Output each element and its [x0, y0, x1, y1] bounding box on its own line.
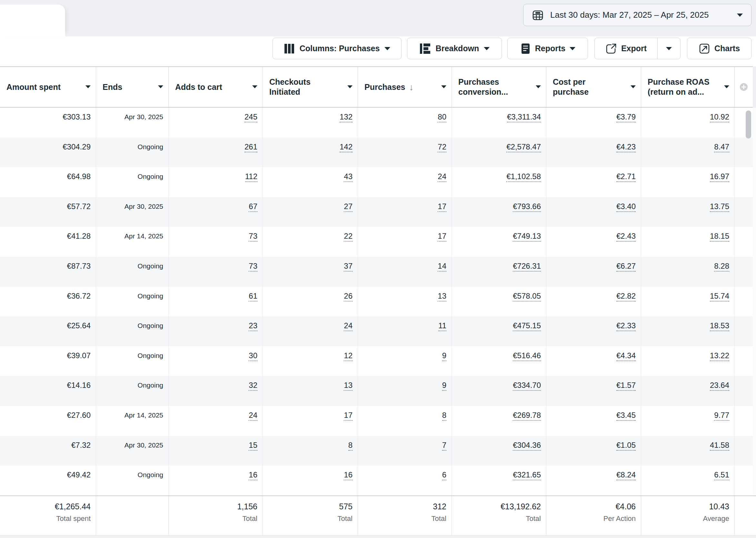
purchase_roas-value[interactable]: 8.28 — [714, 262, 729, 272]
adds_to_cart-value[interactable]: 32 — [249, 381, 257, 391]
purchase_roas-value[interactable]: 41.58 — [710, 441, 729, 451]
breakdown-button[interactable]: Breakdown — [407, 38, 502, 59]
add-column-icon[interactable] — [740, 83, 748, 91]
checkouts_initiated-value[interactable]: 13 — [344, 381, 352, 391]
purchases_conversion_value-value[interactable]: €516.46 — [513, 351, 541, 361]
checkouts_initiated-value[interactable]: 27 — [344, 202, 352, 212]
cost_per_purchase-value[interactable]: €2.82 — [616, 292, 636, 301]
purchases_conversion_value-value[interactable]: €304.36 — [513, 441, 541, 451]
purchases_conversion_value-value[interactable]: €578.05 — [513, 292, 541, 301]
adds_to_cart-value[interactable]: 15 — [249, 441, 257, 451]
cost_per_purchase-value[interactable]: €4.23 — [616, 142, 636, 152]
checkouts_initiated-value[interactable]: 37 — [344, 262, 352, 272]
checkouts_initiated-value[interactable]: 12 — [344, 351, 352, 361]
purchases-value[interactable]: 72 — [438, 142, 446, 152]
adds_to_cart-value[interactable]: 23 — [249, 321, 257, 331]
purchase_roas-value[interactable]: 13.22 — [710, 351, 729, 361]
purchases-value[interactable]: 13 — [438, 292, 446, 301]
chevron-down-icon[interactable] — [347, 85, 352, 88]
column-header-adds_to_cart[interactable]: Adds to cart — [169, 67, 263, 107]
export-options-button[interactable] — [657, 38, 680, 59]
purchases-value[interactable]: 24 — [438, 172, 446, 182]
charts-button[interactable]: Charts — [687, 38, 751, 59]
purchases_conversion_value-value[interactable]: €793.66 — [513, 202, 541, 212]
cost_per_purchase-value[interactable]: €8.24 — [616, 470, 636, 480]
purchases-value[interactable]: 6 — [442, 470, 446, 480]
purchase_roas-value[interactable]: 15.74 — [710, 292, 729, 301]
checkouts_initiated-value[interactable]: 16 — [344, 470, 352, 480]
purchases-value[interactable]: 14 — [438, 262, 446, 272]
purchase_roas-value[interactable]: 18.53 — [710, 321, 729, 331]
purchases_conversion_value-value[interactable]: €269.78 — [513, 411, 541, 421]
purchases-value[interactable]: 11 — [438, 321, 446, 331]
cost_per_purchase-value[interactable]: €3.40 — [616, 202, 636, 212]
date-range-button[interactable]: Last 30 days: Mar 27, 2025 – Apr 25, 202… — [523, 4, 751, 26]
purchases_conversion_value-value[interactable]: €334.70 — [513, 381, 541, 391]
purchases_conversion_value-value[interactable]: €2,578.47 — [506, 142, 541, 152]
vertical-scrollbar-thumb[interactable] — [746, 111, 751, 138]
purchase_roas-value[interactable]: 13.75 — [710, 202, 729, 212]
cost_per_purchase-value[interactable]: €1.05 — [616, 441, 636, 451]
checkouts_initiated-value[interactable]: 142 — [340, 142, 352, 152]
adds_to_cart-value[interactable]: 112 — [245, 172, 257, 182]
column-header-cost_per_purchase[interactable]: Cost per purchase — [546, 67, 641, 107]
checkouts_initiated-value[interactable]: 43 — [344, 172, 352, 182]
cost_per_purchase-value[interactable]: €3.79 — [616, 112, 636, 123]
purchases_conversion_value-value[interactable]: €749.13 — [513, 232, 541, 242]
purchase_roas-value[interactable]: 8.47 — [714, 142, 729, 152]
column-header-purchases_conversion_value[interactable]: Purchases conversion... — [452, 67, 546, 107]
adds_to_cart-value[interactable]: 30 — [249, 351, 257, 361]
checkouts_initiated-value[interactable]: 24 — [344, 321, 352, 331]
cost_per_purchase-value[interactable]: €2.43 — [616, 232, 636, 242]
column-header-purchase_roas[interactable]: Purchase ROAS (return on ad... — [641, 67, 735, 107]
adds_to_cart-value[interactable]: 73 — [249, 232, 257, 242]
purchases-value[interactable]: 8 — [442, 411, 446, 421]
reports-button[interactable]: Reports — [507, 38, 588, 59]
column-header-amount_spent[interactable]: Amount spent — [0, 67, 96, 107]
adds_to_cart-value[interactable]: 245 — [244, 112, 257, 123]
cost_per_purchase-value[interactable]: €4.34 — [616, 351, 636, 361]
checkouts_initiated-value[interactable]: 132 — [340, 112, 352, 123]
purchase_roas-value[interactable]: 23.64 — [710, 381, 729, 391]
column-header-ends[interactable]: Ends — [96, 67, 169, 107]
column-header-checkouts_initiated[interactable]: Checkouts Initiated — [263, 67, 358, 107]
adds_to_cart-value[interactable]: 24 — [249, 411, 257, 421]
adds_to_cart-value[interactable]: 73 — [249, 262, 257, 272]
checkouts_initiated-value[interactable]: 22 — [344, 232, 352, 242]
purchases_conversion_value-value[interactable]: €1,102.58 — [506, 172, 541, 182]
purchases_conversion_value-value[interactable]: €321.65 — [513, 470, 541, 480]
column-header-purchases[interactable]: Purchases↓ — [358, 67, 452, 107]
purchase_roas-value[interactable]: 6.51 — [714, 470, 729, 480]
chevron-down-icon[interactable] — [536, 85, 541, 88]
purchase_roas-value[interactable]: 10.92 — [710, 112, 729, 123]
cost_per_purchase-value[interactable]: €3.45 — [616, 411, 636, 421]
columns-button[interactable]: Columns: Purchases — [273, 38, 402, 59]
purchases-value[interactable]: 9 — [442, 381, 446, 391]
purchase_roas-value[interactable]: 18.15 — [710, 232, 729, 242]
checkouts_initiated-value[interactable]: 17 — [344, 411, 352, 421]
purchase_roas-value[interactable]: 16.97 — [710, 172, 729, 182]
cost_per_purchase-value[interactable]: €2.71 — [616, 172, 636, 182]
cost_per_purchase-value[interactable]: €2.33 — [616, 321, 636, 331]
purchases-value[interactable]: 80 — [438, 112, 446, 123]
chevron-down-icon[interactable] — [441, 85, 446, 88]
purchases-value[interactable]: 9 — [442, 351, 446, 361]
checkouts_initiated-value[interactable]: 26 — [344, 292, 352, 301]
adds_to_cart-value[interactable]: 61 — [249, 292, 257, 301]
purchase_roas-value[interactable]: 9.77 — [714, 411, 729, 421]
purchases-value[interactable]: 7 — [442, 441, 446, 451]
purchases_conversion_value-value[interactable]: €475.15 — [513, 321, 541, 331]
chevron-down-icon[interactable] — [86, 85, 91, 88]
purchases-value[interactable]: 17 — [438, 202, 446, 212]
adds_to_cart-value[interactable]: 16 — [249, 470, 257, 480]
export-button[interactable]: Export — [595, 38, 657, 59]
purchases-value[interactable]: 17 — [438, 232, 446, 242]
cost_per_purchase-value[interactable]: €6.27 — [616, 262, 636, 272]
chevron-down-icon[interactable] — [724, 85, 729, 88]
chevron-down-icon[interactable] — [252, 85, 257, 88]
checkouts_initiated-value[interactable]: 8 — [348, 441, 352, 451]
chevron-down-icon[interactable] — [158, 85, 163, 88]
adds_to_cart-value[interactable]: 261 — [244, 142, 257, 152]
adds_to_cart-value[interactable]: 67 — [249, 202, 257, 212]
purchases_conversion_value-value[interactable]: €726.31 — [513, 262, 541, 272]
